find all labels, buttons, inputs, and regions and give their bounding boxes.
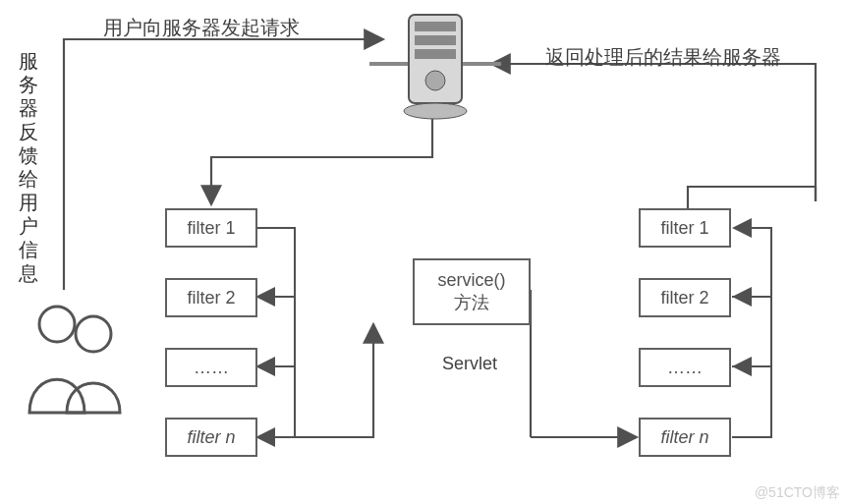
label-return: 返回处理后的结果给服务器 [545, 44, 781, 71]
svg-point-2 [39, 307, 75, 342]
svg-rect-7 [415, 49, 456, 59]
right-filter-n: filter n [639, 418, 731, 457]
svg-point-3 [76, 316, 111, 352]
left-filter-1: filter 1 [165, 208, 257, 248]
server-icon [391, 10, 479, 123]
right-filter-1: filter 1 [639, 208, 731, 248]
svg-rect-5 [415, 22, 456, 31]
service-line1: service() [437, 269, 505, 292]
label-request: 用户向服务器发起请求 [103, 15, 300, 41]
svg-point-9 [404, 103, 467, 119]
right-filter-n-label: filter n [660, 427, 708, 447]
svg-rect-6 [415, 35, 456, 45]
label-feedback-vertical: 服务器反馈给用户信息 [18, 49, 39, 285]
servlet-caption: Servlet [442, 354, 497, 374]
svg-point-8 [425, 71, 445, 90]
service-line2: 方法 [454, 292, 489, 314]
left-filter-2: filter 2 [165, 278, 257, 317]
right-filter-2: filter 2 [639, 278, 731, 317]
left-filter-n: filter n [165, 418, 257, 457]
right-filter-ellipsis: …… [639, 348, 731, 387]
service-box: service() 方法 [413, 258, 531, 325]
users-icon [20, 295, 128, 422]
left-filter-n-label: filter n [187, 427, 235, 447]
diagram-canvas: 用户向服务器发起请求 返回处理后的结果给服务器 服务器反馈给用户信息 filte… [0, 0, 846, 504]
left-filter-ellipsis: …… [165, 348, 257, 387]
watermark: @51CTO博客 [755, 484, 840, 502]
